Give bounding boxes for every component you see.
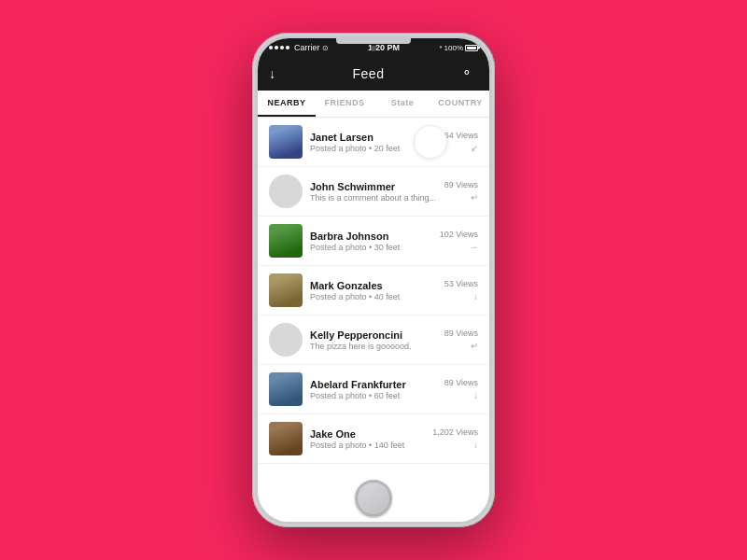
feed-meta-janet: 64 Views ↙ — [444, 131, 478, 153]
profile-button[interactable]: ⚬ — [461, 65, 478, 82]
feed-views-abelard: 89 Views — [444, 378, 478, 387]
avatar-abelard — [269, 372, 303, 406]
feed-action-janet: ↙ — [471, 143, 478, 153]
phone-inner: Carrier ⊙ 1:20 PM * 100% ↓ Feed ⚬ — [255, 35, 492, 525]
feed-content-john: John Schwimmer This is a comment about a… — [310, 181, 441, 203]
battery-label: 100% — [444, 44, 463, 52]
carrier-label: Carrier — [294, 43, 320, 52]
feed-item-kelly[interactable]: Kelly Pepperoncini The pizza here is goo… — [258, 315, 489, 365]
tab-nearby[interactable]: NEARBY — [258, 91, 316, 117]
feed-item-jake[interactable]: Jake One Posted a photo • 140 feet 1,202… — [258, 414, 489, 464]
feed-item-mark[interactable]: Mark Gonzales Posted a photo • 40 feet 5… — [258, 266, 489, 315]
feed-content-jake: Jake One Posted a photo • 140 feet — [310, 428, 429, 450]
feed-meta-abelard: 89 Views ↓ — [444, 378, 478, 400]
feed-action-abelard: ↓ — [473, 390, 478, 400]
signal-dot-2 — [275, 46, 278, 49]
signal-dot-1 — [269, 46, 273, 49]
phone-camera — [371, 46, 376, 51]
feed-item-janet[interactable]: Janet Larsen Posted a photo • 20 feet 64… — [258, 118, 489, 167]
feed-views-mark: 53 Views — [444, 279, 478, 288]
feed-views-barbra: 102 Views — [440, 230, 478, 239]
feed-subtitle-kelly: The pizza here is goooood. — [310, 342, 441, 351]
app-header: ↓ Feed ⚬ — [258, 57, 489, 91]
tab-country[interactable]: COUNTRY — [431, 91, 489, 117]
home-button[interactable] — [355, 480, 392, 517]
tab-bar: NEARBY FRIENDS State COUNTRY — [258, 91, 489, 118]
feed-name-kelly: Kelly Pepperoncini — [310, 329, 441, 341]
feed-meta-mark: 53 Views ↓ — [444, 279, 478, 301]
feed-views-john: 89 Views — [444, 180, 478, 189]
avatar-john — [269, 175, 303, 208]
avatar-mark — [269, 273, 303, 307]
feed-item-barbra[interactable]: Barbra Johnson Posted a photo • 30 feet … — [258, 217, 489, 266]
avatar-jake — [269, 422, 303, 455]
phone-screen: Carrier ⊙ 1:20 PM * 100% ↓ Feed ⚬ — [258, 38, 489, 522]
feed-action-barbra: → — [469, 242, 478, 252]
feed-item-abelard[interactable]: Abelard Frankfurter Posted a photo • 60 … — [258, 365, 489, 414]
tab-friends[interactable]: FRIENDS — [316, 91, 374, 117]
bubble-overlay-janet — [414, 125, 447, 159]
tab-state[interactable]: State — [374, 91, 431, 117]
header-title: Feed — [353, 66, 385, 81]
bluetooth-icon: * — [439, 44, 442, 52]
feed-meta-john: 89 Views ↵ — [444, 180, 478, 203]
avatar-barbra — [269, 224, 303, 258]
battery-icon — [465, 45, 478, 51]
feed-name-jake: Jake One — [310, 428, 429, 440]
avatar-kelly — [269, 323, 303, 357]
feed-action-jake: ↓ — [473, 440, 478, 450]
feed-name-abelard: Abelard Frankfurter — [310, 379, 441, 390]
signal-dot-4 — [286, 46, 289, 49]
feed-name-john: John Schwimmer — [310, 181, 441, 192]
feed-meta-jake: 1,202 Views ↓ — [432, 427, 478, 450]
feed-meta-barbra: 102 Views → — [440, 230, 478, 252]
feed-subtitle-john: This is a comment about a thing... — [310, 193, 441, 203]
feed-views-jake: 1,202 Views — [432, 427, 478, 437]
feed-action-mark: ↓ — [473, 291, 478, 301]
home-button-inner — [357, 482, 390, 515]
battery-fill — [467, 47, 476, 49]
feed-meta-kelly: 89 Views ↵ — [444, 329, 478, 351]
phone-frame: Carrier ⊙ 1:20 PM * 100% ↓ Feed ⚬ — [252, 33, 495, 527]
status-left: Carrier ⊙ — [269, 43, 329, 52]
feed-subtitle-mark: Posted a photo • 40 feet — [310, 292, 441, 301]
avatar-janet — [269, 125, 303, 159]
feed-subtitle-jake: Posted a photo • 140 feet — [310, 441, 429, 450]
signal-dot-3 — [280, 46, 284, 49]
feed-action-john: ↵ — [471, 192, 478, 203]
feed-name-mark: Mark Gonzales — [310, 280, 441, 291]
feed-content-mark: Mark Gonzales Posted a photo • 40 feet — [310, 280, 441, 301]
feed-action-kelly: ↵ — [471, 341, 478, 351]
feed-subtitle-barbra: Posted a photo • 30 feet — [310, 243, 436, 252]
feed-views-janet: 64 Views — [444, 131, 478, 140]
phone-speaker — [336, 38, 411, 44]
status-right: * 100% — [439, 44, 478, 52]
feed-content-abelard: Abelard Frankfurter Posted a photo • 60 … — [310, 379, 441, 400]
feed-subtitle-abelard: Posted a photo • 60 feet — [310, 391, 441, 400]
feed-name-barbra: Barbra Johnson — [310, 231, 436, 242]
feed-views-kelly: 89 Views — [444, 329, 478, 338]
feed-item-john[interactable]: John Schwimmer This is a comment about a… — [258, 167, 489, 217]
feed-content-barbra: Barbra Johnson Posted a photo • 30 feet — [310, 231, 436, 252]
wifi-icon: ⊙ — [322, 44, 329, 52]
down-arrow-button[interactable]: ↓ — [269, 66, 275, 81]
feed-content-kelly: Kelly Pepperoncini The pizza here is goo… — [310, 329, 441, 351]
feed-list: Janet Larsen Posted a photo • 20 feet 64… — [258, 118, 489, 522]
